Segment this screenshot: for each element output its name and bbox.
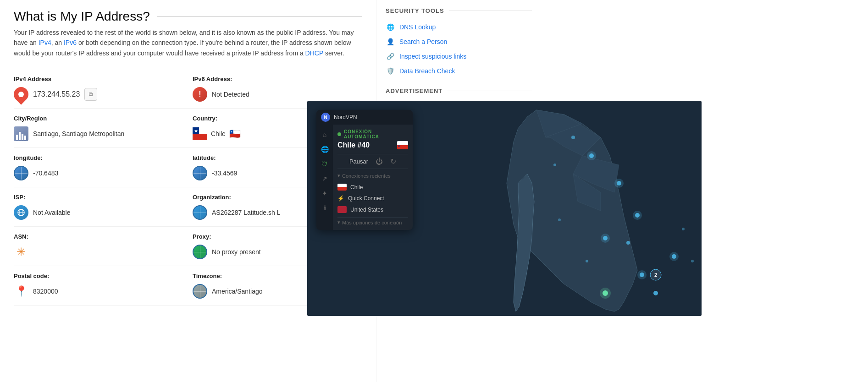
vpn-home-icon[interactable]: ⌂: [319, 129, 330, 140]
security-tools-section: SECURITY TOOLS 🌐 DNS Lookup 👤 Search a P…: [386, 7, 532, 78]
advertisement-section: ADVERTISEMENT: [386, 87, 532, 94]
dns-icon: 🌐: [386, 22, 395, 32]
title-divider: [157, 16, 362, 17]
svg-rect-1: [193, 134, 207, 140]
security-tools-header: SECURITY TOOLS: [386, 7, 532, 14]
longitude-section: longitude: -70.6483: [14, 148, 188, 187]
globe-icon-lat: [193, 166, 207, 180]
person-icon: 👤: [386, 37, 395, 46]
ipv6-value-row: ! Not Detected: [193, 87, 362, 102]
svg-point-27: [626, 241, 630, 245]
longitude-icon: [14, 166, 28, 180]
proxy-icon: [193, 245, 207, 259]
timezone-icon: [193, 284, 207, 299]
vpn-arrow-icon[interactable]: ↗: [319, 173, 330, 184]
svg-point-11: [614, 179, 624, 188]
tool-dns-lookup[interactable]: 🌐 DNS Lookup: [386, 20, 532, 34]
tool-data-breach[interactable]: 🛡️ Data Breach Check: [386, 64, 532, 78]
city-label: City/Region: [14, 115, 179, 122]
country-value: Chile: [211, 130, 226, 137]
svg-point-13: [633, 211, 642, 220]
city-building-icon: [14, 126, 28, 141]
svg-point-29: [586, 260, 588, 262]
svg-text:★: ★: [194, 128, 198, 133]
country-flag-emoji: 🇨🇱: [229, 128, 241, 139]
timezone-globe-icon: [193, 284, 207, 299]
link-icon: 🔗: [386, 52, 395, 61]
svg-point-25: [571, 136, 575, 139]
ipv4-value-row: 173.244.55.23 ⧉: [14, 87, 179, 102]
isp-value-row: Not Available: [14, 205, 179, 220]
vpn-bolt-icon: ⚡: [337, 195, 344, 202]
page-title-text: What is My IP Address?: [14, 9, 150, 24]
vpn-quick-connect[interactable]: ⚡ Quick Connect: [337, 193, 408, 204]
vpn-map: 2 N NordVPN: [307, 101, 702, 316]
ipv6-value: Not Detected: [212, 91, 249, 98]
globe-icon: [14, 166, 28, 180]
security-tools-list: 🌐 DNS Lookup 👤 Search a Person 🔗 Inspect…: [386, 20, 532, 78]
organization-icon: [193, 205, 207, 220]
vpn-info-icon[interactable]: ℹ: [319, 202, 330, 213]
ipv6-icon: !: [193, 87, 207, 102]
longitude-value: -70.6483: [33, 169, 58, 177]
asn-label: ASN:: [14, 233, 179, 240]
vpn-quick-connect-label: Quick Connect: [348, 195, 384, 202]
svg-point-19: [669, 252, 679, 261]
vpn-popup: N NordVPN ⌂ 🌐 🛡 ↗ ✦ ℹ: [316, 110, 413, 230]
vpn-pause-row: Pausar ⏻ ↻: [337, 154, 408, 169]
proxy-globe-icon: [193, 245, 207, 259]
vpn-more-chevron: ▾: [337, 219, 340, 225]
isp-label: ISP:: [14, 194, 179, 201]
inspect-links-link[interactable]: Inspect suspicious links: [399, 53, 466, 60]
ipv4-label: IPv4 Address: [14, 76, 179, 82]
advertisement-title: ADVERTISEMENT: [386, 87, 442, 94]
copy-ip-button[interactable]: ⧉: [84, 88, 97, 101]
vpn-globe-icon[interactable]: 🌐: [319, 144, 330, 155]
vpn-pause-label: Pausar: [349, 158, 368, 165]
not-detected-icon: !: [193, 87, 207, 102]
vpn-recent-us[interactable]: United States: [337, 204, 408, 215]
dhcp-link[interactable]: DHCP: [305, 49, 323, 57]
ipv4-link[interactable]: IPv4: [39, 39, 51, 46]
vpn-status-text: CONEXIÓN AUTOMÁTICA: [344, 129, 408, 139]
postal-icon: 📍: [14, 284, 28, 299]
tool-inspect-links[interactable]: 🔗 Inspect suspicious links: [386, 49, 532, 64]
vpn-recent-chile-flag: [337, 184, 347, 191]
ipv4-value: 173.244.55.23: [33, 90, 80, 98]
ipv6-link[interactable]: IPv6: [64, 39, 77, 46]
vpn-shield-icon[interactable]: 🛡: [319, 158, 330, 169]
vpn-more-options[interactable]: ▾ Más opciones de conexión: [337, 217, 408, 225]
svg-point-17: [637, 270, 647, 279]
org-globe-icon: [193, 205, 207, 220]
vpn-power-icon[interactable]: ⏻: [376, 158, 383, 166]
data-breach-link[interactable]: Data Breach Check: [399, 67, 455, 75]
snowflake-icon: ✳: [17, 246, 26, 258]
dns-lookup-link[interactable]: DNS Lookup: [399, 23, 436, 31]
advertisement-divider: [447, 91, 532, 91]
vpn-recent-us-label: United States: [350, 207, 383, 213]
isp-network-icon: [14, 205, 28, 220]
vpn-recent-chile[interactable]: Chile: [337, 181, 408, 193]
security-tools-divider: [449, 11, 532, 11]
shield-icon: 🛡️: [386, 66, 395, 76]
vpn-refresh-icon[interactable]: ↻: [390, 157, 396, 166]
vpn-server-row: Chile #40: [337, 141, 408, 149]
vpn-recent-label: ▾ Conexiones recientes: [337, 173, 408, 179]
vpn-topbar: N NordVPN: [316, 110, 413, 125]
isp-section: ISP: Not Available: [14, 187, 188, 227]
svg-point-28: [558, 218, 561, 221]
isp-svg: [17, 208, 25, 217]
postal-value: 8320000: [33, 288, 58, 295]
proxy-value: No proxy present: [212, 248, 261, 256]
tool-search-person[interactable]: 👤 Search a Person: [386, 34, 532, 49]
longitude-value-row: -70.6483: [14, 166, 179, 180]
svg-text:2: 2: [654, 272, 657, 278]
postal-section: Postal code: 📍 8320000: [14, 266, 188, 306]
vpn-star-icon[interactable]: ✦: [319, 188, 330, 199]
city-value: Santiago, Santiago Metropolitan: [33, 130, 124, 137]
svg-point-20: [653, 291, 658, 295]
search-person-link[interactable]: Search a Person: [399, 38, 447, 45]
page-title: What is My IP Address?: [14, 9, 362, 24]
vpn-server-name: Chile #40: [337, 141, 370, 149]
latitude-value: -33.4569: [212, 169, 237, 177]
